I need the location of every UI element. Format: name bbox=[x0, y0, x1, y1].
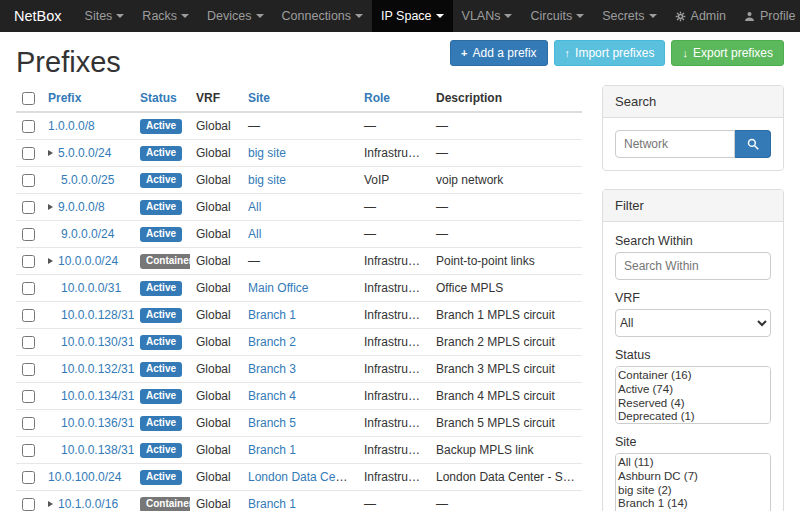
download-icon: ↓ bbox=[682, 47, 688, 60]
vrf-cell: Global bbox=[190, 221, 242, 248]
expand-arrow-icon[interactable] bbox=[48, 501, 53, 507]
row-checkbox[interactable] bbox=[22, 282, 35, 295]
site-link[interactable]: Main Office bbox=[248, 281, 308, 295]
table-row: 10.0.0.138/31ActiveGlobalBranch 1Infrast… bbox=[16, 437, 582, 464]
nav-item-connections[interactable]: Connections bbox=[273, 0, 373, 32]
site-link[interactable]: All bbox=[248, 200, 261, 214]
search-input[interactable] bbox=[615, 130, 735, 158]
vrf-cell: Global bbox=[190, 383, 242, 410]
prefix-link[interactable]: 10.0.0.138/31 bbox=[61, 443, 134, 457]
sort-prefix-header[interactable]: Prefix bbox=[48, 91, 81, 105]
add-prefix-button[interactable]: + Add a prefix bbox=[450, 40, 547, 66]
prefix-link[interactable]: 5.0.0.0/24 bbox=[58, 146, 111, 160]
site-link[interactable]: All bbox=[248, 227, 261, 241]
navbar-menu: SitesRacksDevicesConnectionsIP SpaceVLAN… bbox=[76, 0, 666, 32]
prefix-link[interactable]: 5.0.0.0/25 bbox=[61, 173, 114, 187]
prefix-link[interactable]: 10.0.0.0/24 bbox=[58, 254, 118, 268]
vrf-cell: Global bbox=[190, 112, 242, 140]
nav-item-secrets[interactable]: Secrets bbox=[593, 0, 665, 32]
sort-role-header[interactable]: Role bbox=[364, 91, 390, 105]
vrf-cell: Global bbox=[190, 140, 242, 167]
chevron-down-icon bbox=[355, 14, 363, 18]
site-select[interactable]: All (11)Ashburn DC (7)big site (2)Branch… bbox=[615, 453, 771, 511]
row-checkbox[interactable] bbox=[22, 498, 35, 511]
search-within-input[interactable] bbox=[615, 252, 771, 280]
search-within-label: Search Within bbox=[615, 234, 771, 248]
top-navbar: NetBox SitesRacksDevicesConnectionsIP Sp… bbox=[0, 0, 800, 32]
prefix-link[interactable]: 10.0.0.128/31 bbox=[61, 308, 134, 322]
site-link[interactable]: Branch 1 bbox=[248, 308, 296, 322]
prefix-link[interactable]: 9.0.0.0/8 bbox=[58, 200, 105, 214]
nav-item-racks[interactable]: Racks bbox=[133, 0, 198, 32]
table-row: 1.0.0.0/8ActiveGlobal——— bbox=[16, 112, 582, 140]
expand-arrow-icon[interactable] bbox=[48, 258, 53, 264]
description-cell: — bbox=[430, 112, 582, 140]
search-button[interactable] bbox=[735, 130, 771, 158]
brand-logo[interactable]: NetBox bbox=[0, 0, 76, 32]
site-link[interactable]: big site bbox=[248, 173, 286, 187]
role-cell: Infrastructure bbox=[358, 248, 430, 275]
vrf-select[interactable]: All bbox=[615, 309, 771, 337]
row-checkbox[interactable] bbox=[22, 120, 35, 133]
row-checkbox[interactable] bbox=[22, 417, 35, 430]
prefix-link[interactable]: 1.0.0.0/8 bbox=[48, 119, 95, 133]
site-link[interactable]: big site bbox=[248, 146, 286, 160]
description-cell: London Data Center - Server Network bbox=[430, 464, 582, 491]
import-prefixes-button[interactable]: ↑ Import prefixes bbox=[554, 40, 666, 66]
sort-site-header[interactable]: Site bbox=[248, 91, 270, 105]
table-row: 9.0.0.0/24ActiveGlobalAll—— bbox=[16, 221, 582, 248]
prefix-link[interactable]: 10.0.0.130/31 bbox=[61, 335, 134, 349]
export-prefixes-button[interactable]: ↓ Export prefixes bbox=[671, 40, 784, 66]
prefix-link[interactable]: 10.0.0.0/31 bbox=[61, 281, 121, 295]
prefix-link[interactable]: 10.0.0.132/31 bbox=[61, 362, 134, 376]
description-cell: Point-to-point links bbox=[430, 248, 582, 275]
prefix-link[interactable]: 10.1.0.0/16 bbox=[58, 497, 118, 511]
sort-status-header[interactable]: Status bbox=[140, 91, 177, 105]
site-link[interactable]: Branch 4 bbox=[248, 389, 296, 403]
row-checkbox[interactable] bbox=[22, 147, 35, 160]
prefix-link[interactable]: 9.0.0.0/24 bbox=[61, 227, 114, 241]
status-badge: Active bbox=[140, 146, 182, 161]
nav-item-devices[interactable]: Devices bbox=[198, 0, 272, 32]
site-link[interactable]: Branch 1 bbox=[248, 443, 296, 457]
status-badge: Active bbox=[140, 416, 182, 431]
search-panel-heading: Search bbox=[603, 86, 783, 118]
row-checkbox[interactable] bbox=[22, 309, 35, 322]
table-row: 10.0.100.0/24ActiveGlobalLondon Data Cen… bbox=[16, 464, 582, 491]
row-checkbox[interactable] bbox=[22, 201, 35, 214]
site-link[interactable]: London Data Center bbox=[248, 470, 356, 484]
nav-item-sites[interactable]: Sites bbox=[76, 0, 134, 32]
expand-arrow-icon[interactable] bbox=[48, 204, 53, 210]
vrf-cell: Global bbox=[190, 275, 242, 302]
description-cell: — bbox=[430, 491, 582, 511]
row-checkbox[interactable] bbox=[22, 255, 35, 268]
row-checkbox[interactable] bbox=[22, 363, 35, 376]
select-all-checkbox[interactable] bbox=[22, 92, 35, 105]
role-cell: Infrastructure bbox=[358, 383, 430, 410]
nav-item-vlans[interactable]: VLANs bbox=[453, 0, 522, 32]
site-link[interactable]: Branch 2 bbox=[248, 335, 296, 349]
row-checkbox[interactable] bbox=[22, 174, 35, 187]
nav-item-circuits[interactable]: Circuits bbox=[521, 0, 593, 32]
row-checkbox[interactable] bbox=[22, 228, 35, 241]
admin-link[interactable]: Admin bbox=[666, 0, 735, 32]
description-cell: Branch 4 MPLS circuit bbox=[430, 383, 582, 410]
row-checkbox[interactable] bbox=[22, 390, 35, 403]
site-link[interactable]: Branch 1 bbox=[248, 497, 296, 511]
prefix-link[interactable]: 10.0.100.0/24 bbox=[48, 470, 121, 484]
site-link[interactable]: Branch 5 bbox=[248, 416, 296, 430]
status-select[interactable]: Container (16)Active (74)Reserved (4)Dep… bbox=[615, 366, 771, 424]
site-link[interactable]: Branch 3 bbox=[248, 362, 296, 376]
status-badge: Active bbox=[140, 362, 182, 377]
status-badge: Active bbox=[140, 443, 182, 458]
status-badge: Active bbox=[140, 119, 182, 134]
expand-arrow-icon[interactable] bbox=[48, 150, 53, 156]
prefix-link[interactable]: 10.0.0.136/31 bbox=[61, 416, 134, 430]
profile-link[interactable]: Profile bbox=[735, 0, 800, 32]
row-checkbox[interactable] bbox=[22, 471, 35, 484]
row-checkbox[interactable] bbox=[22, 444, 35, 457]
prefix-link[interactable]: 10.0.0.134/31 bbox=[61, 389, 134, 403]
row-checkbox[interactable] bbox=[22, 336, 35, 349]
description-cell: voip network bbox=[430, 167, 582, 194]
nav-item-ip-space[interactable]: IP Space bbox=[372, 0, 453, 32]
